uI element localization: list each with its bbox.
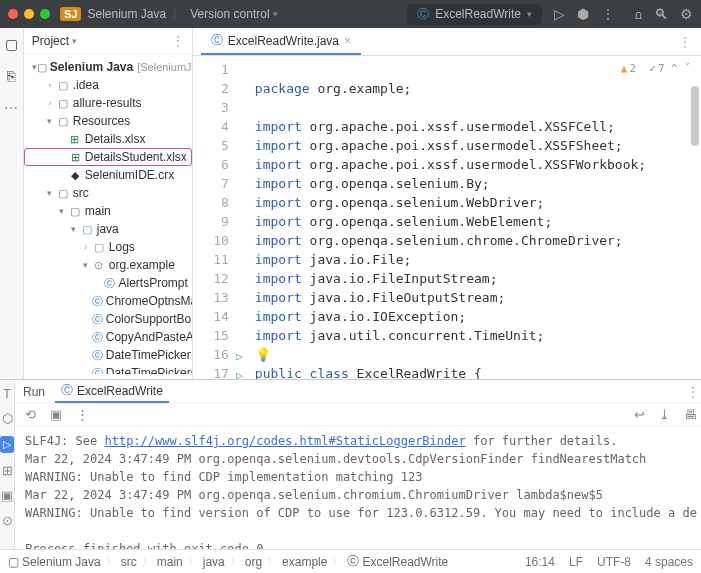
class-icon: Ⓒ: [211, 32, 223, 49]
minimize-icon[interactable]: [24, 9, 34, 19]
more-actions-icon[interactable]: ⋮: [601, 6, 615, 22]
tree-class-copy-paste[interactable]: ⓒCopyAndPasteActions: [24, 328, 192, 346]
tree-root[interactable]: ▾▢Selenium Java [SeleniumJava]~/IdeaProj…: [24, 58, 192, 76]
stop-icon[interactable]: ▣: [50, 407, 62, 422]
crumb[interactable]: example: [282, 555, 327, 569]
inspection-badges[interactable]: 2 7 ^ ˇ: [621, 62, 691, 75]
tree-folder-resources[interactable]: ▾▢Resources: [24, 112, 192, 130]
search-icon[interactable]: 🔍︎: [654, 6, 668, 22]
rerun-icon[interactable]: ⟲: [25, 407, 36, 422]
tree-package-org-example[interactable]: ▾⊙org.example: [24, 256, 192, 274]
build-icon[interactable]: ⬡: [2, 411, 13, 426]
crumb[interactable]: ⓒExcelReadWrite: [347, 553, 448, 570]
tab-label: ExcelReadWrite.java: [228, 34, 339, 48]
terminal-icon[interactable]: ▣: [1, 488, 13, 503]
crumb[interactable]: src: [121, 555, 137, 569]
run-gutter-icon[interactable]: ▷: [236, 366, 243, 379]
more-icon[interactable]: ⋮: [76, 407, 89, 422]
tree-folder-main[interactable]: ▾▢main: [24, 202, 192, 220]
console-output[interactable]: SLF4J: See http://www.slf4j.org/codes.ht…: [15, 426, 701, 549]
main-split: ▢ ⎘ ⋯ Project ▾ ⋮ ▾▢Selenium Java [Selen…: [0, 28, 701, 379]
tree-folder-allure[interactable]: ›▢allure-results: [24, 94, 192, 112]
crumb[interactable]: ▢Selenium Java: [8, 555, 101, 569]
run-tool-window: T ⬡ ▷ ⊞ ▣ ⊙ Run Ⓒ ExcelReadWrite ⋮ ⟲ ▣ ⋮…: [0, 379, 701, 549]
close-icon[interactable]: [8, 9, 18, 19]
project-tree[interactable]: ▾▢Selenium Java [SeleniumJava]~/IdeaProj…: [24, 54, 192, 374]
navigation-bar: ▢Selenium Java〉 src〉 main〉 java〉 org〉 ex…: [0, 549, 701, 573]
close-tab-icon[interactable]: ×: [344, 34, 351, 48]
status-encoding[interactable]: UTF-8: [597, 555, 631, 569]
tree-file-details-xlsx[interactable]: ⊞Details.xlsx: [24, 130, 192, 148]
run-toolbar: ⟲ ▣ ⋮ ↩ ⤓ 🖶: [15, 404, 701, 426]
scroll-end-icon[interactable]: ⤓: [659, 407, 670, 422]
run-label: Run: [23, 385, 45, 399]
tree-class-dtp-current[interactable]: ⓒDateTimePickersCurrent: [24, 364, 192, 374]
code-editor[interactable]: 2 7 ^ ˇ 123 456 789 101112 131415 16▷ 17…: [193, 56, 701, 379]
run-tab[interactable]: Ⓒ ExcelReadWrite: [55, 380, 169, 403]
tree-file-selenium-ide[interactable]: ◆SeleniumIDE.crx: [24, 166, 192, 184]
panel-options-icon[interactable]: ⋮: [172, 34, 184, 48]
crumb[interactable]: main: [157, 555, 183, 569]
class-icon: Ⓒ: [61, 382, 73, 399]
text-icon[interactable]: T: [3, 386, 11, 401]
chevron-down-icon: ▾: [527, 9, 532, 19]
tree-class-chrome-max[interactable]: ⓒChromeOptnsMaximized: [24, 292, 192, 310]
window-controls[interactable]: [8, 9, 50, 19]
project-panel-title: Project: [32, 34, 69, 48]
gutter[interactable]: 123 456 789 101112 131415 16▷ 17▷: [193, 56, 237, 379]
tree-class-datetime[interactable]: ⓒDateTimePicker: [24, 346, 192, 364]
problems-icon[interactable]: ⊙: [2, 513, 13, 528]
console-link[interactable]: http://www.slf4j.org/codes.html#StaticLo…: [104, 434, 465, 448]
run-config-selector[interactable]: Ⓒ ExcelReadWrite ▾: [407, 4, 542, 25]
run-options-icon[interactable]: ⋮: [687, 385, 699, 399]
tree-file-details-student[interactable]: ⊞DetailsStudent.xlsx: [24, 148, 192, 166]
tree-folder-src[interactable]: ▾▢src: [24, 184, 192, 202]
chevron-down-icon: ▾: [273, 9, 278, 19]
run-gutter-icon[interactable]: ▷: [236, 347, 243, 366]
editor-tabs: Ⓒ ExcelReadWrite.java × ⋮: [193, 28, 701, 56]
tree-folder-java[interactable]: ▾▢java: [24, 220, 192, 238]
tree-class-alerts[interactable]: ⓒAlertsPrompt: [24, 274, 192, 292]
run-tab-label: ExcelReadWrite: [77, 384, 163, 398]
tool-window-bar: ▢ ⎘ ⋯: [0, 28, 24, 379]
project-badge: SJ: [60, 7, 81, 21]
run-header: Run Ⓒ ExcelReadWrite ⋮: [15, 380, 701, 404]
project-panel: Project ▾ ⋮ ▾▢Selenium Java [SeleniumJav…: [24, 28, 193, 379]
status-line-sep[interactable]: LF: [569, 555, 583, 569]
status-bar: 16:14 LF UTF-8 4 spaces: [525, 555, 693, 569]
project-name[interactable]: Selenium Java: [87, 7, 166, 21]
code-content[interactable]: package org.example; import org.apache.p…: [237, 56, 701, 379]
run-toolbar-vertical: T ⬡ ▷ ⊞ ▣ ⊙: [0, 380, 15, 549]
vcs-menu[interactable]: Version control: [190, 7, 269, 21]
tab-excelreadwrite[interactable]: Ⓒ ExcelReadWrite.java ×: [201, 28, 361, 55]
editor-area: Ⓒ ExcelReadWrite.java × ⋮ 2 7 ^ ˇ 123 45…: [193, 28, 701, 379]
services-icon[interactable]: ⊞: [2, 463, 13, 478]
zoom-icon[interactable]: [40, 9, 50, 19]
more-tools-icon[interactable]: ⋯: [4, 100, 18, 116]
project-panel-header[interactable]: Project ▾ ⋮: [24, 28, 192, 54]
run-active-icon[interactable]: ▷: [0, 436, 14, 453]
title-bar: SJ Selenium Java 〉 Version control ▾ Ⓒ E…: [0, 0, 701, 28]
settings-icon[interactable]: ⚙: [680, 6, 693, 22]
project-tool-icon[interactable]: ▢: [5, 36, 18, 52]
tree-class-color-support[interactable]: ⓒColorSupportBorder: [24, 310, 192, 328]
chevron-down-icon: ▾: [72, 36, 77, 46]
chevron-right-icon: 〉: [172, 6, 184, 23]
code-with-me-icon[interactable]: ⩍: [635, 6, 642, 22]
debug-button[interactable]: ⬢: [577, 6, 589, 22]
commit-tool-icon[interactable]: ⎘: [7, 68, 15, 84]
status-time: 16:14: [525, 555, 555, 569]
crumb[interactable]: org: [245, 555, 262, 569]
run-config-name: ExcelReadWrite: [435, 7, 521, 21]
status-indent[interactable]: 4 spaces: [645, 555, 693, 569]
tabs-options-icon[interactable]: ⋮: [679, 35, 691, 49]
tree-folder-logs[interactable]: ›▢Logs: [24, 238, 192, 256]
tree-folder-idea[interactable]: ›▢.idea: [24, 76, 192, 94]
crumb[interactable]: java: [203, 555, 225, 569]
print-icon[interactable]: 🖶: [684, 407, 697, 422]
class-icon: Ⓒ: [417, 6, 429, 23]
run-button[interactable]: ▷: [554, 6, 565, 22]
scrollbar-vertical[interactable]: [691, 86, 699, 375]
soft-wrap-icon[interactable]: ↩: [634, 407, 645, 422]
